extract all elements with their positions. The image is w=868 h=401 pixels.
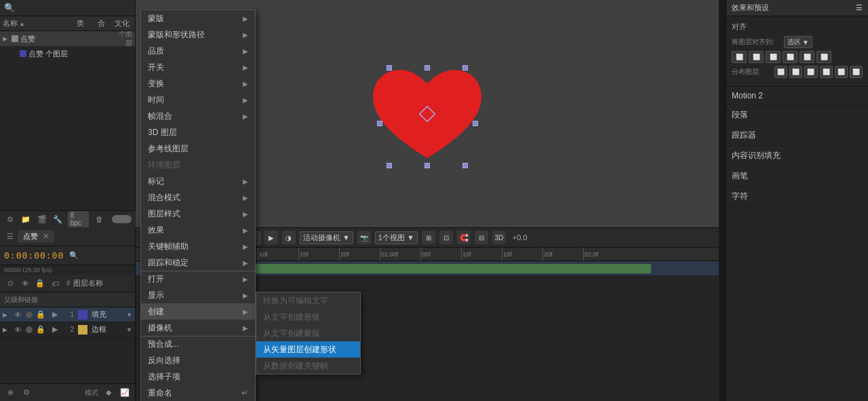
handle-bl[interactable]	[387, 163, 392, 168]
handle-ml[interactable]	[377, 121, 382, 126]
ctx-marker[interactable]: 标记 ▶	[141, 173, 255, 189]
view-mode-btn[interactable]: ⊞	[422, 231, 435, 244]
layer-eye-2[interactable]: 👁	[12, 324, 24, 336]
table-row[interactable]: ▶ 👁 🔒 ▶ 2 边框 ▼	[0, 322, 135, 337]
align-center-v-btn[interactable]: ⬜	[800, 51, 814, 63]
list-item[interactable]: 点赞 个图层	[0, 46, 135, 61]
right-panel-menu-icon[interactable]: ☰	[856, 3, 863, 12]
ctx-track-stabilize[interactable]: 跟踪和稳定 ▶	[141, 254, 255, 271]
align-option-dropdown[interactable]: 选区 ▼	[784, 36, 812, 48]
pixel-btn[interactable]: ⊟	[475, 231, 488, 244]
graph-btn[interactable]: 📈	[119, 387, 131, 399]
content-aware-fill-item[interactable]: 内容识别填充	[726, 146, 868, 166]
ctx-switch[interactable]: 开关 ▶	[141, 59, 255, 75]
handle-br[interactable]	[462, 163, 468, 168]
layer-solo-1[interactable]	[26, 311, 33, 318]
align-left-btn[interactable]: ⬜	[732, 51, 747, 63]
paragraph-label: 段落	[732, 110, 748, 119]
motion-2-item[interactable]: Motion 2	[726, 87, 868, 105]
ctx-guide-layer[interactable]: 参考线图层	[141, 140, 255, 157]
layer-expand-2[interactable]: ▶	[49, 324, 61, 336]
search-btn[interactable]: 🎬	[36, 213, 47, 225]
new-comp-btn[interactable]: ⊕	[4, 387, 16, 399]
search-layer-btn[interactable]: 🔍	[68, 250, 80, 262]
mode-dropdown-1[interactable]: ▼	[126, 311, 132, 318]
tab-close[interactable]: ✕	[43, 232, 49, 240]
ctx-precompose[interactable]: 预合成...	[141, 336, 255, 352]
motion-blur-btn[interactable]: ◑	[282, 231, 296, 244]
panel-menu-btn[interactable]: ☰	[4, 231, 16, 243]
ctx-time[interactable]: 时间 ▶	[141, 92, 255, 108]
keyframe-btn[interactable]: ◆	[102, 387, 115, 399]
sub-create-mask-from-text: 从文字创建蒙版	[256, 325, 360, 341]
time-tick: 20f	[339, 248, 349, 261]
dist-top-btn[interactable]: ⬜	[820, 66, 833, 78]
ctx-effect-arrow: ▶	[243, 227, 248, 234]
ctx-transform[interactable]: 变换 ▶	[141, 75, 255, 92]
ctx-select-children[interactable]: 选择子项	[141, 368, 255, 385]
ctx-invert-select[interactable]: 反向选择	[141, 352, 255, 368]
handle-bm[interactable]	[425, 163, 430, 168]
delete-btn[interactable]: 🗑	[93, 213, 104, 225]
align-right-btn[interactable]: ⬜	[766, 51, 781, 63]
ctx-camera[interactable]: 摄像机 ▶	[141, 320, 255, 336]
layer-eye-1[interactable]: 👁	[12, 309, 24, 321]
handle-mr[interactable]	[473, 121, 478, 126]
layer-expand-1[interactable]: ▶	[49, 309, 61, 321]
camera-dropdown[interactable]: 活动摄像机 ▼	[300, 231, 353, 244]
ctx-rename[interactable]: 重命名 ↵	[141, 385, 255, 401]
search-bar[interactable]: 🔍	[0, 0, 135, 16]
mode-dropdown-2[interactable]: ▼	[126, 326, 132, 333]
dist-right-btn[interactable]: ⬜	[804, 66, 817, 78]
lock-btn[interactable]: 🔒	[34, 278, 46, 290]
brush-item[interactable]: 画笔	[726, 166, 868, 187]
toggle-switch[interactable]	[112, 215, 132, 223]
ctx-blend-mode[interactable]: 混合模式 ▶	[141, 189, 255, 206]
handle-tm[interactable]	[425, 65, 430, 71]
3d-btn[interactable]: 3D	[492, 231, 506, 244]
eye-btn[interactable]: 👁	[19, 278, 31, 290]
table-row[interactable]: ▶ 👁 🔒 ▶ 1 填充 ▼	[0, 307, 135, 322]
camera2-btn[interactable]: 📷	[357, 231, 371, 244]
ctx-effect[interactable]: 效果 ▶	[141, 222, 255, 238]
new-item-btn[interactable]: ⚙	[4, 213, 16, 225]
ctx-frame-blend[interactable]: 帧混合 ▶	[141, 108, 255, 124]
solo-btn[interactable]: ⊙	[4, 278, 16, 290]
preview-btn[interactable]: ▶	[264, 231, 278, 244]
align-center-h-btn[interactable]: ⬜	[749, 51, 764, 63]
ctx-show[interactable]: 显示 ▶	[141, 287, 255, 303]
align-top-btn[interactable]: ⬜	[783, 51, 797, 63]
handle-tl[interactable]	[387, 65, 392, 71]
handle-tr[interactable]	[462, 65, 468, 71]
layer-lock-2[interactable]: 🔒	[35, 324, 47, 336]
ctx-quality[interactable]: 品质 ▶	[141, 43, 255, 59]
folder-btn[interactable]: 📁	[20, 213, 31, 225]
label-btn[interactable]: 🏷	[49, 278, 61, 290]
heart-shape-container[interactable]	[359, 53, 495, 175]
dist-left-btn[interactable]: ⬜	[774, 66, 787, 78]
grid-btn[interactable]: ⊡	[439, 231, 453, 244]
layer-solo-2[interactable]	[26, 326, 33, 333]
composition-tab[interactable]: 点赞 ✕	[18, 230, 54, 243]
ctx-create[interactable]: 创建 ▶	[141, 303, 255, 320]
settings-btn[interactable]: 🔧	[52, 213, 63, 225]
layer-lock-1[interactable]: 🔒	[35, 309, 47, 321]
dist-center-v-btn[interactable]: ⬜	[835, 66, 848, 78]
tracker-item[interactable]: 跟踪器	[726, 126, 868, 146]
character-item[interactable]: 字符	[726, 187, 868, 207]
ctx-mask[interactable]: 蒙版 ▶	[141, 10, 255, 26]
composition-settings-btn[interactable]: ⚙	[20, 387, 33, 399]
ctx-open[interactable]: 打开 ▶	[141, 271, 255, 287]
dist-center-h-btn[interactable]: ⬜	[789, 66, 802, 78]
dist-bottom-btn[interactable]: ⬜	[850, 66, 863, 78]
sub-create-shape-from-vector[interactable]: 从矢量图层创建形状	[256, 341, 360, 358]
paragraph-item[interactable]: 段落	[726, 105, 868, 126]
align-bottom-btn[interactable]: ⬜	[816, 51, 831, 63]
ctx-3d-layer[interactable]: 3D 图层	[141, 124, 255, 140]
ctx-mask-path[interactable]: 蒙版和形状路径 ▶	[141, 26, 255, 43]
view-dropdown[interactable]: 1个视图 ▼	[375, 231, 418, 244]
list-item[interactable]: ▶ 点赞 个图层	[0, 31, 135, 46]
ctx-layer-style[interactable]: 图层样式 ▶	[141, 206, 255, 222]
snap-btn[interactable]: 🧲	[457, 231, 471, 244]
ctx-keyframe-assist[interactable]: 关键帧辅助 ▶	[141, 238, 255, 254]
